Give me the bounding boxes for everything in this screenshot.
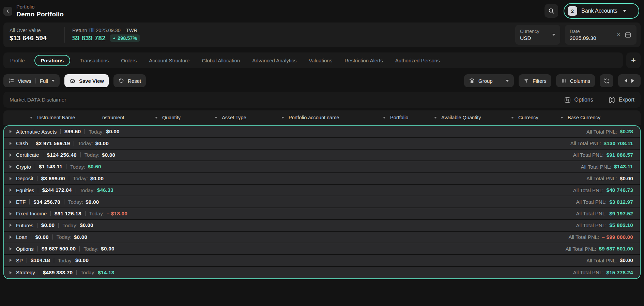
expand-row-icon[interactable] bbox=[10, 130, 12, 133]
all-over-value-label: All Over Value bbox=[10, 28, 47, 33]
column-menu-icon[interactable] bbox=[511, 117, 514, 119]
column-menu-icon[interactable] bbox=[155, 117, 158, 119]
column-menu-icon[interactable] bbox=[383, 117, 386, 119]
today-value: $0.00 bbox=[75, 257, 89, 263]
expand-row-icon[interactable] bbox=[10, 165, 12, 168]
asset-group-row[interactable]: Futures $0.00 Today: $0.00 All Total PNL… bbox=[4, 220, 640, 231]
chevron-left-icon bbox=[5, 9, 11, 14]
back-button[interactable] bbox=[3, 7, 12, 16]
asset-group-name: Deposit bbox=[16, 175, 33, 181]
tab-profile[interactable]: Profile bbox=[10, 58, 25, 63]
pnl-value: $91 086.57 bbox=[606, 152, 633, 158]
bank-accounts-label: Bank Accounts bbox=[581, 8, 617, 14]
pnl-value: $5 802.10 bbox=[609, 222, 633, 228]
asset-group-name: SP bbox=[16, 258, 23, 263]
add-tab-button[interactable]: + bbox=[626, 52, 641, 68]
today-value: $14.13 bbox=[98, 270, 114, 276]
column-header-label: Asset Type bbox=[222, 115, 246, 120]
divider bbox=[85, 129, 85, 134]
date-picker[interactable]: Date 2025.09.30 × bbox=[565, 25, 637, 45]
column-pager[interactable] bbox=[618, 74, 641, 87]
column-menu-icon[interactable] bbox=[215, 117, 217, 119]
tab-restriction-alerts[interactable]: Restriction Alerts bbox=[344, 58, 383, 63]
column-header[interactable]: Base Currency bbox=[561, 115, 629, 120]
asset-group-row[interactable]: Loan $0.00 Today: $0.00 All Total PNL: –… bbox=[4, 232, 640, 243]
asset-group-row[interactable]: Deposit $3 699.00 Today: $0.00 All Total… bbox=[4, 173, 640, 185]
chevron-down-icon bbox=[623, 10, 626, 12]
column-header[interactable]: Portfolio.account.name bbox=[281, 115, 383, 120]
bank-accounts-dropdown[interactable]: 2 Bank Accounts bbox=[564, 3, 639, 19]
options-button[interactable]: Options bbox=[564, 96, 593, 104]
column-header-label: Base Currency bbox=[568, 115, 600, 120]
pnl-label: All Total PNL: bbox=[566, 246, 596, 252]
columns-button[interactable]: Columns bbox=[556, 74, 595, 87]
asset-group-row[interactable]: Strategy $489 383.70 Today: $14.13 All T… bbox=[4, 267, 640, 278]
column-header[interactable]: Instrument Name bbox=[30, 115, 102, 120]
views-dropdown[interactable]: Views Full bbox=[3, 74, 60, 87]
page-right-icon[interactable] bbox=[631, 79, 634, 83]
page-left-icon[interactable] bbox=[625, 79, 627, 83]
today-value: $0.00 bbox=[74, 234, 87, 240]
search-button[interactable] bbox=[545, 4, 558, 18]
refresh-button[interactable] bbox=[600, 74, 613, 87]
expand-row-icon[interactable] bbox=[10, 188, 12, 192]
asset-group-row[interactable]: Equities $244 172.04 Today: $46.33 All T… bbox=[4, 185, 640, 196]
pnl-label: All Total PNL: bbox=[573, 152, 604, 158]
column-menu-icon[interactable] bbox=[434, 117, 437, 119]
divider bbox=[58, 223, 59, 228]
group-dropdown[interactable]: Group bbox=[464, 74, 514, 87]
asset-group-row[interactable]: Cash $2 971 569.19 Today: $0.00 All Tota… bbox=[4, 138, 640, 149]
expand-row-icon[interactable] bbox=[10, 142, 12, 145]
column-menu-icon[interactable] bbox=[561, 117, 563, 119]
tab-valuations[interactable]: Valuations bbox=[309, 58, 332, 63]
tab-positions[interactable]: Positions bbox=[34, 55, 71, 66]
expand-row-icon[interactable] bbox=[10, 235, 12, 239]
asset-group-row[interactable]: Alternative Assets $99.60 Today: $0.00 A… bbox=[4, 126, 640, 138]
expand-row-icon[interactable] bbox=[10, 153, 12, 157]
asset-group-row[interactable]: Crypto $1 143.11 Today: $0.60 All Total … bbox=[4, 161, 640, 173]
tab-authorized-persons[interactable]: Authorized Persons bbox=[395, 58, 440, 63]
divider bbox=[69, 176, 69, 181]
column-header-label: Quantity bbox=[162, 115, 181, 120]
column-header[interactable]: Asset Type bbox=[215, 115, 281, 120]
save-view-button[interactable]: Save View bbox=[64, 74, 109, 87]
asset-group-row[interactable]: Fixed Income $91 126.18 Today: – $18.00 … bbox=[4, 208, 640, 220]
tab-global-allocation[interactable]: Global Allocation bbox=[202, 58, 240, 63]
currency-dropdown[interactable]: Currency USD bbox=[515, 25, 560, 45]
filters-button[interactable]: Filters bbox=[519, 74, 551, 87]
reset-button[interactable]: Reset bbox=[113, 74, 146, 87]
asset-group-row[interactable]: ETF $34 256.70 Today: $0.00 All Total PN… bbox=[4, 196, 640, 208]
column-menu-icon[interactable] bbox=[30, 117, 33, 119]
expand-row-icon[interactable] bbox=[10, 212, 12, 215]
column-menu-icon[interactable] bbox=[281, 117, 284, 119]
tab-transactions[interactable]: Transactions bbox=[80, 58, 109, 63]
column-header[interactable]: Portfolio bbox=[383, 115, 434, 120]
expand-row-icon[interactable] bbox=[10, 224, 12, 227]
tab-advanced-analytics[interactable]: Advanced Analytics bbox=[252, 58, 296, 63]
expand-row-icon[interactable] bbox=[10, 177, 12, 180]
expand-row-icon[interactable] bbox=[10, 247, 12, 250]
tab-account-structure[interactable]: Account Structure bbox=[149, 58, 189, 63]
calendar-icon[interactable] bbox=[624, 31, 632, 39]
expand-row-icon[interactable] bbox=[10, 259, 12, 262]
column-header[interactable]: Available Quantity bbox=[434, 115, 511, 120]
pnl-label: All Total PNL: bbox=[576, 199, 607, 205]
search-icon bbox=[548, 7, 555, 14]
asset-group-row[interactable]: Certificate $124 256.40 Today: $0.00 All… bbox=[4, 150, 640, 161]
export-button[interactable]: Export bbox=[608, 96, 634, 104]
column-header[interactable]: nstrument bbox=[102, 115, 155, 120]
pnl-label: All Total PNL: bbox=[573, 187, 604, 193]
asset-group-row[interactable]: Options $9 687 500.00 Today: $0.00 All T… bbox=[4, 243, 640, 255]
pnl-value: $15 778.24 bbox=[606, 270, 633, 276]
asset-group-row[interactable]: SP $104.18 Today: $0.00 All Total PNL: $… bbox=[4, 255, 640, 266]
divider bbox=[35, 164, 35, 169]
column-header[interactable]: Quantity bbox=[155, 115, 215, 120]
return-percent: 298.57% bbox=[118, 35, 137, 41]
clear-date-icon[interactable]: × bbox=[617, 32, 620, 37]
divider bbox=[38, 188, 38, 193]
tab-orders[interactable]: Orders bbox=[121, 58, 137, 63]
expand-row-icon[interactable] bbox=[10, 271, 12, 274]
pnl-value: $0.28 bbox=[620, 128, 633, 135]
expand-row-icon[interactable] bbox=[10, 200, 12, 204]
column-header[interactable]: Currency bbox=[511, 115, 561, 120]
